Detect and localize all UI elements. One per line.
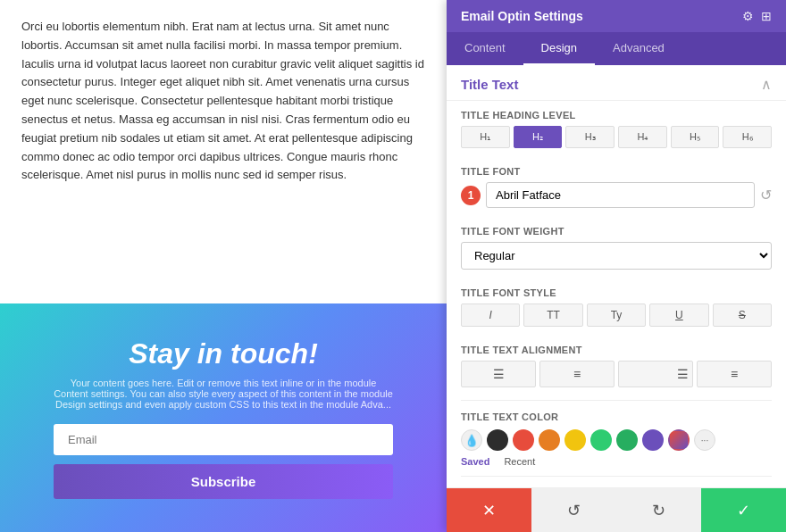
settings-panel: Email Optin Settings ⚙ ⊞ Content Design … <box>447 0 786 532</box>
h1-button[interactable]: H₁ <box>461 126 510 148</box>
align-left-button[interactable]: ☰ <box>461 361 536 387</box>
subscribe-button[interactable]: Subscribe <box>54 464 393 499</box>
h2-button[interactable]: H₂ <box>514 126 563 148</box>
uppercase-button[interactable]: TT <box>523 303 582 327</box>
strikethrough-button[interactable]: S <box>713 303 772 327</box>
blue-optin-section: Stay in touch! Your content goes here. E… <box>0 303 447 532</box>
capitalize-button[interactable]: Ty <box>587 303 646 327</box>
alignment-buttons: ☰ ≡ ☰ ≡ <box>461 361 772 387</box>
font-style-label: Title Font Style <box>461 287 772 298</box>
font-reset-icon[interactable]: ↺ <box>760 187 772 204</box>
heading-level-label: Title Heading Level <box>461 110 772 121</box>
h4-button[interactable]: H₄ <box>618 126 667 148</box>
cancel-button[interactable]: ✕ <box>447 488 531 533</box>
font-style-buttons: I TT Ty U S <box>461 303 772 327</box>
color-more-icon[interactable]: ··· <box>694 429 715 451</box>
font-select-wrapper: Abril Fatface <box>486 182 755 208</box>
divider-2 <box>461 476 772 477</box>
align-right-button[interactable]: ☰ <box>618 361 693 387</box>
heading-level-group: Title Heading Level H₁ H₂ H₃ H₄ H₅ H₆ <box>447 101 786 157</box>
color-swatch-red[interactable] <box>513 429 534 451</box>
panel-tabs: Content Design Advanced <box>447 32 786 65</box>
font-weight-select[interactable]: Regular Bold Light <box>461 242 772 270</box>
text-alignment-group: Title Text Alignment ☰ ≡ ☰ ≡ <box>447 336 786 396</box>
font-select[interactable]: Abril Fatface <box>486 182 755 208</box>
panel-title: Email Optin Settings <box>461 9 583 23</box>
expand-icon[interactable]: ⊞ <box>761 9 772 23</box>
title-font-group: Title Font 1 Abril Fatface ↺ <box>447 157 786 217</box>
saved-label[interactable]: Saved <box>461 456 489 467</box>
color-swatch-black[interactable] <box>487 429 508 451</box>
color-swatch-gradient[interactable] <box>668 429 690 451</box>
font-weight-label: Title Font Weight <box>461 226 772 237</box>
panel-header: Email Optin Settings ⚙ ⊞ <box>447 0 786 32</box>
email-input[interactable] <box>54 424 393 455</box>
settings-icon[interactable]: ⚙ <box>742 9 754 23</box>
color-swatch-purple[interactable] <box>642 429 664 451</box>
h5-button[interactable]: H₅ <box>671 126 720 148</box>
title-font-label: Title Font <box>461 166 772 177</box>
h6-button[interactable]: H₆ <box>723 126 772 148</box>
reset-button[interactable]: ↺ <box>531 488 616 533</box>
tab-design[interactable]: Design <box>523 32 595 65</box>
color-swatches-row: 💧 ··· <box>447 426 786 454</box>
collapse-arrow-icon[interactable]: ∧ <box>761 76 772 93</box>
color-swatch-dark-green[interactable] <box>616 429 638 451</box>
font-row: 1 Abril Fatface ↺ <box>461 182 772 208</box>
text-alignment-label: Title Text Alignment <box>461 345 772 355</box>
title-text-section-header: Title Text ∧ <box>447 65 786 101</box>
eyedropper-icon[interactable]: 💧 <box>461 429 482 451</box>
tab-advanced[interactable]: Advanced <box>595 32 682 65</box>
optin-subtext: Your content goes here. Edit or remove t… <box>54 378 393 410</box>
align-justify-button[interactable]: ≡ <box>697 361 772 387</box>
h3-button[interactable]: H₃ <box>565 126 615 148</box>
italic-button[interactable]: I <box>461 303 520 327</box>
title-color-section-label: Title Text Color <box>447 404 786 426</box>
bottom-bar: ✕ ↺ ↻ ✓ <box>447 487 786 532</box>
color-swatch-green[interactable] <box>590 429 612 451</box>
heading-level-buttons: H₁ H₂ H₃ H₄ H₅ H₆ <box>461 126 772 148</box>
recent-label[interactable]: Recent <box>504 456 535 467</box>
tab-content[interactable]: Content <box>447 32 523 65</box>
saved-recent-row: Saved Recent <box>447 454 786 472</box>
redo-button[interactable]: ↻ <box>616 488 701 533</box>
underline-button[interactable]: U <box>649 303 708 327</box>
color-swatch-yellow[interactable] <box>564 429 586 451</box>
font-style-group: Title Font Style I TT Ty U S <box>447 278 786 336</box>
main-paragraph: Orci eu lobortis elementum nibh. Erat na… <box>21 18 425 185</box>
optin-heading: Stay in touch! <box>129 337 318 370</box>
color-swatch-orange[interactable] <box>539 429 560 451</box>
panel-header-icons: ⚙ ⊞ <box>742 9 772 23</box>
divider-1 <box>461 400 772 401</box>
font-weight-group: Title Font Weight Regular Bold Light <box>447 217 786 278</box>
save-button[interactable]: ✓ <box>701 488 786 533</box>
align-center-button[interactable]: ≡ <box>539 361 615 387</box>
panel-body: Title Text ∧ Title Heading Level H₁ H₂ H… <box>447 65 786 532</box>
section-title: Title Text <box>461 77 518 92</box>
font-badge: 1 <box>461 186 481 205</box>
